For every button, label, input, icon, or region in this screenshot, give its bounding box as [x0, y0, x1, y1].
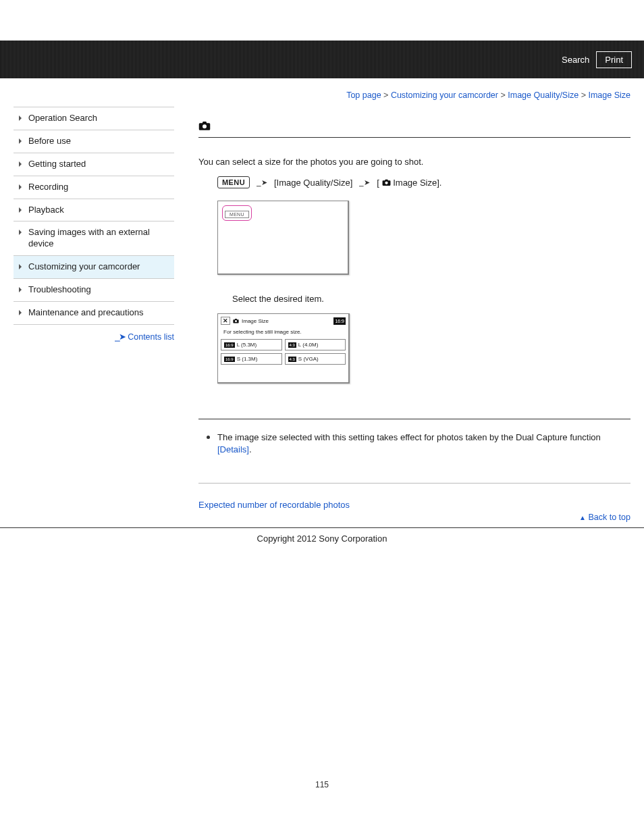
- arrow-right-icon: ⎯➤: [359, 178, 370, 187]
- camera-icon: [233, 318, 239, 323]
- sidebar-item-operation-search[interactable]: Operation Search: [14, 107, 174, 130]
- sidebar-link[interactable]: Maintenance and precautions: [28, 307, 144, 317]
- triangle-up-icon: ▲: [579, 514, 586, 521]
- sizebox-title-row: ✕ Image Size 16:9: [221, 317, 346, 328]
- sidebar-item-playback[interactable]: Playback: [14, 199, 174, 221]
- aspect-chip: 4:3: [288, 342, 296, 348]
- back-to-top-row: ▲ Back to top: [198, 510, 630, 526]
- sidebar-item-recording[interactable]: Recording: [14, 176, 174, 199]
- size-option-label: L (5.3M): [237, 342, 257, 348]
- step2-text: Select the desired item.: [232, 294, 630, 304]
- print-button[interactable]: Print: [596, 51, 632, 68]
- sidebar-link[interactable]: Operation Search: [28, 113, 97, 123]
- sizebox-title: Image Size: [242, 318, 269, 324]
- related-links: Expected number of recordable photos: [198, 500, 630, 510]
- sidebar-link[interactable]: Recording: [28, 182, 68, 192]
- note-text: The image size selected with this settin…: [217, 432, 601, 442]
- breadcrumb-customizing[interactable]: Customizing your camcorder: [391, 90, 498, 100]
- aspect-badge: 16:9: [333, 317, 346, 325]
- aspect-chip: 16:9: [224, 357, 235, 362]
- screen-illustration-size: ✕ Image Size 16:9 For selecting the stil…: [217, 313, 350, 384]
- menu-highlight: MENU: [222, 205, 252, 221]
- aspect-chip: 4:3: [288, 357, 296, 362]
- size-option: 4:3S (VGA): [285, 353, 346, 365]
- sizebox-options: 16:9L (5.3M) 4:3L (4.0M) 16:9S (1.3M) 4:…: [221, 339, 346, 380]
- arrow-right-icon: ⎯➤: [257, 178, 267, 187]
- sidebar-link[interactable]: Saving images with an external device: [28, 227, 150, 249]
- page-number: 115: [0, 780, 644, 810]
- breadcrumb-image-size[interactable]: Image Size: [588, 90, 630, 100]
- breadcrumb-sep: >: [581, 90, 586, 100]
- close-icon: ✕: [221, 317, 230, 325]
- contents-list-link[interactable]: Contents list: [128, 332, 174, 342]
- sidebar-item-getting-started[interactable]: Getting started: [14, 153, 174, 176]
- search-link[interactable]: Search: [562, 55, 589, 65]
- notes-block: The image size selected with this settin…: [198, 419, 630, 484]
- sidebar-item-maintenance[interactable]: Maintenance and precautions: [14, 301, 174, 325]
- breadcrumb-quality-size[interactable]: Image Quality/Size: [508, 90, 579, 100]
- period: .: [249, 444, 252, 454]
- main-content: You can select a size for the photos you…: [198, 107, 630, 526]
- menu-navigation-line: MENU ⎯➤ [Image Quality/Size] ⎯➤ [ Image …: [198, 176, 630, 188]
- related-link-photos[interactable]: Expected number of recordable photos: [198, 500, 350, 510]
- sidebar-link[interactable]: Customizing your camcorder: [28, 261, 140, 271]
- size-option-label: L (4.0M): [298, 342, 319, 348]
- bracket: [: [377, 178, 379, 188]
- breadcrumb-sep: >: [500, 90, 505, 100]
- sidebar-link[interactable]: Troubleshooting: [28, 284, 91, 294]
- breadcrumb-sep: >: [383, 90, 388, 100]
- sidebar-link[interactable]: Before use: [28, 136, 71, 146]
- path-segment-quality: [Image Quality/Size]: [274, 178, 352, 188]
- size-option: 16:9L (5.3M): [221, 339, 282, 350]
- sizebox-desc: For selecting the still image size.: [221, 328, 346, 339]
- camera-icon: [382, 178, 391, 186]
- contents-list-row: ⎯➤Contents list: [14, 332, 174, 342]
- path-segment-size: [ Image Size].: [377, 178, 441, 188]
- intro-text: You can select a size for the photos you…: [198, 157, 630, 167]
- sidebar-item-troubleshooting[interactable]: Troubleshooting: [14, 278, 174, 301]
- section-heading: [198, 120, 630, 138]
- screen-illustration-menu: MENU: [217, 201, 349, 275]
- sidebar-item-customizing[interactable]: Customizing your camcorder: [14, 255, 174, 278]
- back-to-top-link[interactable]: Back to top: [588, 513, 630, 522]
- size-option: 4:3L (4.0M): [285, 339, 346, 350]
- sidebar-item-before-use[interactable]: Before use: [14, 130, 174, 153]
- arrow-right-icon: ⎯➤: [115, 332, 125, 342]
- sidebar-item-saving-images[interactable]: Saving images with an external device: [14, 221, 174, 255]
- sidebar-link[interactable]: Playback: [28, 205, 64, 215]
- menu-button-icon: MENU: [217, 176, 250, 188]
- breadcrumb: Top page > Customizing your camcorder > …: [0, 78, 644, 100]
- copyright: Copyright 2012 Sony Corporation: [0, 528, 644, 557]
- size-option-label: S (VGA): [298, 356, 319, 362]
- sidebar-link[interactable]: Getting started: [28, 159, 86, 169]
- sidebar: Operation Search Before use Getting star…: [14, 107, 174, 526]
- aspect-chip: 16:9: [224, 342, 235, 348]
- camera-icon: [198, 120, 211, 131]
- header-bar: Search Print: [0, 41, 644, 78]
- note-item: The image size selected with this settin…: [203, 432, 630, 456]
- menu-chip-label: MENU: [225, 211, 249, 218]
- breadcrumb-top-page[interactable]: Top page: [346, 90, 381, 100]
- path-label: Image Size].: [393, 178, 441, 188]
- size-option-label: S (1.3M): [237, 356, 258, 362]
- size-option: 16:9S (1.3M): [221, 353, 282, 365]
- details-link[interactable]: [Details]: [217, 444, 249, 454]
